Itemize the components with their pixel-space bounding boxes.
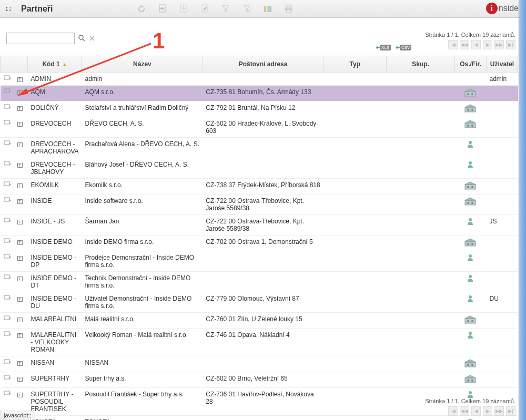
table-row[interactable]: TTOYOTATOYOTA bbox=[1, 416, 518, 421]
svg-rect-18 bbox=[4, 105, 9, 108]
row-expand-icon[interactable] bbox=[4, 75, 11, 81]
download-icon[interactable] bbox=[179, 4, 188, 14]
cell-uzi: DU bbox=[486, 292, 518, 313]
row-expand-icon[interactable] bbox=[4, 218, 11, 224]
pager-last-icon[interactable]: ▶| bbox=[506, 40, 515, 49]
pager-next10-icon[interactable]: ▶▶ bbox=[494, 40, 504, 49]
row-text-icon[interactable]: T bbox=[17, 361, 23, 366]
row-expand-icon[interactable] bbox=[4, 254, 11, 260]
cell-kod: MALAREALITNI - VELKOOKY ROMAN bbox=[27, 329, 82, 356]
row-expand-icon[interactable] bbox=[4, 331, 11, 337]
row-text-icon[interactable]: T bbox=[17, 393, 23, 397]
row-text-icon[interactable]: T bbox=[17, 377, 23, 382]
pager-next10-icon[interactable]: ▶▶ bbox=[494, 406, 504, 416]
pager-next-icon[interactable]: ▶ bbox=[483, 40, 492, 49]
table-row[interactable]: TINSIDE DEMOInside DEMO firma s.r.o.CZ-7… bbox=[1, 235, 518, 251]
table-row[interactable]: TEKOMILKEkomilk s.r.o.CZ-738 37 Frýdek-M… bbox=[1, 179, 518, 194]
row-expand-icon[interactable] bbox=[4, 161, 11, 167]
col-addr[interactable]: Poštovní adresa bbox=[203, 56, 323, 73]
row-expand-icon[interactable] bbox=[4, 359, 11, 365]
row-text-icon[interactable]: T bbox=[17, 240, 23, 245]
row-expand-icon[interactable] bbox=[4, 140, 11, 147]
search-input[interactable] bbox=[6, 33, 75, 44]
col-osfir[interactable]: Os./Fir. bbox=[455, 56, 487, 73]
row-expand-icon[interactable] bbox=[4, 197, 11, 203]
row-text-icon[interactable]: T bbox=[17, 142, 23, 147]
row-expand-icon[interactable] bbox=[4, 295, 11, 301]
pager-prev-icon[interactable]: ◀ bbox=[471, 40, 481, 49]
table-row[interactable]: TMALAREALITNI - VELKOOKY ROMANVelkooký R… bbox=[1, 329, 518, 356]
table-row[interactable]: TSUPERTRHYSuper trhy a.s.CZ-602 00 Brno,… bbox=[1, 372, 518, 388]
refresh-icon[interactable] bbox=[137, 4, 146, 14]
expand-icon[interactable] bbox=[5, 6, 12, 12]
col-nazev[interactable]: Název bbox=[82, 56, 203, 73]
row-expand-icon[interactable] bbox=[4, 315, 11, 322]
table-row[interactable]: TADMINadminadmin bbox=[1, 73, 518, 86]
table-row[interactable]: TNISSANNISSAN bbox=[1, 356, 518, 372]
col-icon2[interactable] bbox=[14, 56, 28, 73]
svg-marker-57 bbox=[465, 316, 476, 319]
clear-icon[interactable] bbox=[89, 35, 96, 42]
table-row[interactable]: TDOLIČNÝStolařství a truhlářství Radim D… bbox=[1, 101, 518, 117]
col-kod[interactable]: Kód 1▲ bbox=[27, 56, 82, 73]
pager-prev10-icon[interactable]: ◀◀ bbox=[460, 40, 469, 49]
columns-icon[interactable] bbox=[263, 4, 272, 14]
row-text-icon[interactable]: T bbox=[17, 297, 23, 302]
table-row[interactable]: TAQMAQM s.r.o.CZ-735 81 Bohumín, Čs. Arm… bbox=[1, 86, 518, 101]
pager-prev10-icon[interactable]: ◀◀ bbox=[460, 406, 469, 416]
row-text-icon[interactable]: T bbox=[17, 122, 23, 127]
row-text-icon[interactable]: T bbox=[17, 256, 23, 261]
row-expand-icon[interactable] bbox=[4, 88, 11, 95]
pager-next-icon[interactable]: ▶ bbox=[483, 406, 492, 416]
row-text-icon[interactable]: T bbox=[17, 77, 23, 82]
col-uzi[interactable]: Uživatel bbox=[486, 56, 518, 73]
table-row[interactable]: TINSIDE - JSŠarman JanCZ-722 00 Ostrava-… bbox=[1, 215, 518, 235]
row-expand-icon[interactable] bbox=[4, 238, 11, 244]
search-icon[interactable] bbox=[78, 34, 86, 43]
cell-uzi: JS bbox=[486, 215, 518, 235]
row-expand-icon[interactable] bbox=[4, 375, 11, 381]
cell-addr bbox=[203, 158, 323, 179]
row-text-icon[interactable]: T bbox=[17, 317, 23, 322]
row-text-icon[interactable]: T bbox=[17, 106, 23, 111]
export-xls-icon[interactable]: ↩XLS bbox=[376, 42, 390, 53]
col-typ[interactable]: Typ bbox=[323, 56, 387, 73]
table-row[interactable]: TINSIDE DEMO - DUUživatel Demonstrační -… bbox=[1, 292, 518, 313]
table-row[interactable]: TMALAREALITNIMalá realitní s.r.o.CZ-760 … bbox=[1, 313, 518, 329]
pager-first-icon[interactable]: |◀ bbox=[448, 40, 458, 49]
pager-prev-icon[interactable]: ◀ bbox=[471, 406, 481, 416]
cell-typ bbox=[323, 356, 387, 372]
row-expand-icon[interactable] bbox=[4, 181, 11, 188]
row-expand-icon[interactable] bbox=[4, 104, 11, 110]
row-text-icon[interactable]: T bbox=[17, 90, 23, 95]
scrollbar[interactable] bbox=[519, 0, 526, 420]
pager-last-icon[interactable]: ▶| bbox=[506, 406, 515, 416]
cell-osfir bbox=[455, 272, 487, 292]
cell-nazev: admin bbox=[82, 73, 203, 86]
export-csv-icon[interactable]: ↩CSV bbox=[396, 42, 410, 53]
table-row[interactable]: TDREVOCECH - JBLAHOVYBláhový Josef - DŘE… bbox=[1, 158, 518, 179]
table-row[interactable]: TINSIDEInside software s.r.o.CZ-722 00 O… bbox=[1, 194, 518, 215]
print-icon[interactable] bbox=[284, 4, 294, 14]
row-expand-icon[interactable] bbox=[4, 391, 11, 397]
col-icon1[interactable] bbox=[1, 56, 14, 73]
filter-icon[interactable] bbox=[221, 4, 230, 14]
row-text-icon[interactable]: T bbox=[17, 199, 23, 204]
pager-first-icon[interactable]: |◀ bbox=[448, 406, 458, 416]
table-row[interactable]: TINSIDE DEMO - DPProdejce Demonstrační -… bbox=[1, 251, 518, 272]
add-icon[interactable] bbox=[158, 4, 167, 14]
table-row[interactable]: TDREVOCECHDŘEVO CECH, A. S.CZ-502 00 Hra… bbox=[1, 117, 518, 138]
row-text-icon[interactable]: T bbox=[17, 183, 23, 188]
row-expand-icon[interactable] bbox=[4, 274, 11, 281]
filter-check-icon[interactable] bbox=[242, 4, 251, 14]
row-text-icon[interactable]: T bbox=[17, 220, 23, 224]
col-skup[interactable]: Skup. bbox=[387, 56, 455, 73]
edit-icon[interactable] bbox=[200, 4, 209, 14]
table-row[interactable]: TDREVOCECH - APRACHAROVAPrachařová Alena… bbox=[1, 138, 518, 158]
row-text-icon[interactable]: T bbox=[17, 163, 23, 168]
row-expand-icon[interactable] bbox=[4, 120, 11, 126]
table-row[interactable]: TINSIDE DEMO - DTTechnik Demonstrační - … bbox=[1, 272, 518, 292]
row-text-icon[interactable]: T bbox=[17, 333, 23, 338]
svg-rect-33 bbox=[465, 185, 476, 189]
row-text-icon[interactable]: T bbox=[17, 276, 23, 281]
